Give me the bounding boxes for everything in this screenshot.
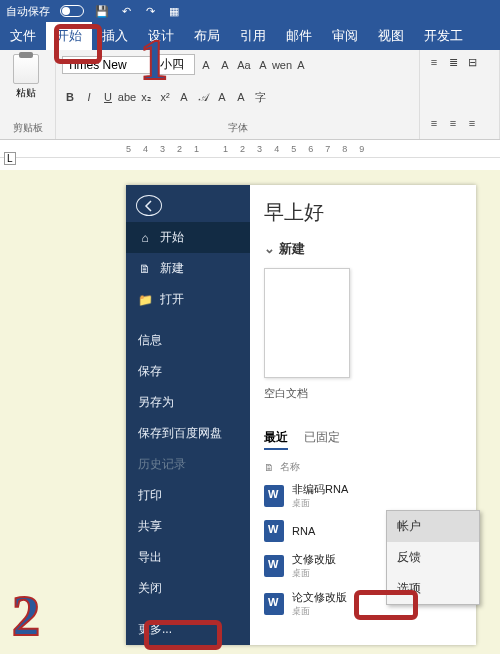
nav-开始[interactable]: ⌂开始	[126, 222, 250, 253]
paragraph-group: ≡ ≣ ⊟ ≡ ≡ ≡	[420, 50, 500, 139]
word-file-icon	[264, 520, 284, 542]
nav-导出[interactable]: 导出	[126, 542, 250, 573]
font-style-btn[interactable]: 字	[252, 89, 268, 105]
undo-icon[interactable]: ↶	[118, 3, 134, 19]
tab-4[interactable]: 布局	[184, 22, 230, 50]
paste-label: 粘贴	[16, 86, 36, 100]
font-style-btn[interactable]: A	[233, 89, 249, 105]
clipboard-icon	[13, 54, 39, 84]
home-icon: ⌂	[138, 231, 152, 245]
list-header: 🗎 名称	[264, 460, 462, 474]
font-btn[interactable]: A	[198, 57, 214, 73]
arrow-left-icon	[142, 199, 156, 213]
redo-icon[interactable]: ↷	[142, 3, 158, 19]
blank-document-label: 空白文档	[264, 386, 462, 401]
blank-document-thumb[interactable]	[264, 268, 350, 378]
title-bar: 自动保存 💾 ↶ ↷ ▦	[0, 0, 500, 22]
nav-打印[interactable]: 打印	[126, 480, 250, 511]
nav-label: 更多...	[138, 621, 172, 638]
nav-更多...[interactable]: 更多...	[126, 614, 250, 645]
table-icon[interactable]: ▦	[166, 3, 182, 19]
nav-新建[interactable]: 🗎新建	[126, 253, 250, 284]
doc-location: 桌面	[292, 497, 348, 510]
tab-1[interactable]: 开始	[46, 22, 92, 50]
nav-打开[interactable]: 📁打开	[126, 284, 250, 315]
ruler[interactable]: 54321123456789	[0, 140, 500, 158]
align-right-icon[interactable]: ≡	[464, 115, 480, 131]
nav-信息[interactable]: 信息	[126, 325, 250, 356]
font-group-label: 字体	[62, 121, 413, 135]
tab-7[interactable]: 审阅	[322, 22, 368, 50]
nav-关闭[interactable]: 关闭	[126, 573, 250, 604]
ribbon: 粘贴 剪贴板 Times New 小四 AAAaAwenA BIUabex₂x²…	[0, 50, 500, 140]
doc-location: 桌面	[292, 605, 347, 618]
font-group: Times New 小四 AAAaAwenA BIUabex₂x²A𝒜AA字 字…	[56, 50, 420, 139]
new-section-header[interactable]: 新建	[264, 240, 462, 258]
tab-recent[interactable]: 最近	[264, 429, 288, 450]
font-style-btn[interactable]: U	[100, 89, 116, 105]
nav-历史记录: 历史记录	[126, 449, 250, 480]
tab-0[interactable]: 文件	[0, 22, 46, 50]
font-btn[interactable]: A	[255, 57, 271, 73]
font-style-btn[interactable]: A	[176, 89, 192, 105]
font-btn[interactable]: A	[217, 57, 233, 73]
font-style-btn[interactable]: abe	[119, 89, 135, 105]
nav-label: 历史记录	[138, 456, 186, 473]
tab-2[interactable]: 插入	[92, 22, 138, 50]
back-button[interactable]	[136, 195, 162, 216]
tab-8[interactable]: 视图	[368, 22, 414, 50]
nav-保存[interactable]: 保存	[126, 356, 250, 387]
font-style-btn[interactable]: 𝒜	[195, 89, 211, 105]
bullets-icon[interactable]: ≡	[426, 54, 442, 70]
recent-tabs: 最近 已固定	[264, 429, 462, 450]
nav-保存到百度网盘[interactable]: 保存到百度网盘	[126, 418, 250, 449]
tab-9[interactable]: 开发工	[414, 22, 473, 50]
font-style-btn[interactable]: A	[214, 89, 230, 105]
nav-label: 开始	[160, 229, 184, 246]
save-icon[interactable]: 💾	[94, 3, 110, 19]
marker-2: 2	[12, 584, 40, 648]
tab-stop-indicator[interactable]: L	[4, 152, 16, 165]
clipboard-group: 粘贴 剪贴板	[0, 50, 56, 139]
font-style-btn[interactable]: B	[62, 89, 78, 105]
ribbon-tabs: 文件开始插入设计布局引用邮件审阅视图开发工	[0, 22, 500, 50]
tab-pinned[interactable]: 已固定	[304, 429, 340, 450]
word-file-icon	[264, 593, 284, 615]
doc-icon: 🗎	[138, 262, 152, 276]
font-btn[interactable]: Aa	[236, 57, 252, 73]
nav-共享[interactable]: 共享	[126, 511, 250, 542]
tab-5[interactable]: 引用	[230, 22, 276, 50]
nav-label: 关闭	[138, 580, 162, 597]
font-name-select[interactable]: Times New	[62, 56, 152, 74]
folder-icon: 📁	[138, 293, 152, 307]
nav-label: 保存到百度网盘	[138, 425, 222, 442]
font-btn[interactable]: A	[293, 57, 309, 73]
autosave-toggle[interactable]	[60, 5, 84, 17]
nav-另存为[interactable]: 另存为	[126, 387, 250, 418]
font-style-btn[interactable]: I	[81, 89, 97, 105]
tab-6[interactable]: 邮件	[276, 22, 322, 50]
popup-account[interactable]: 帐户	[387, 511, 479, 542]
file-icon: 🗎	[264, 462, 274, 473]
more-popup: 帐户 反馈 选项	[386, 510, 480, 605]
backstage-nav: ⌂开始🗎新建📁打开信息保存另存为保存到百度网盘历史记录打印共享导出关闭更多...	[126, 185, 250, 645]
marker-1: 1	[140, 28, 168, 92]
nav-label: 信息	[138, 332, 162, 349]
name-column: 名称	[280, 460, 300, 474]
nav-label: 导出	[138, 549, 162, 566]
doc-row[interactable]: 非编码RNA桌面	[264, 482, 462, 510]
align-center-icon[interactable]: ≡	[445, 115, 461, 131]
doc-name: 非编码RNA	[292, 482, 348, 497]
nav-label: 共享	[138, 518, 162, 535]
nav-label: 保存	[138, 363, 162, 380]
clipboard-group-label: 剪贴板	[6, 121, 49, 135]
font-btn[interactable]: wen	[274, 57, 290, 73]
popup-options[interactable]: 选项	[387, 573, 479, 604]
numbering-icon[interactable]: ≣	[445, 54, 461, 70]
paste-button[interactable]: 粘贴	[6, 54, 46, 100]
popup-feedback[interactable]: 反馈	[387, 542, 479, 573]
nav-label: 另存为	[138, 394, 174, 411]
multilevel-icon[interactable]: ⊟	[464, 54, 480, 70]
nav-label: 打开	[160, 291, 184, 308]
align-left-icon[interactable]: ≡	[426, 115, 442, 131]
